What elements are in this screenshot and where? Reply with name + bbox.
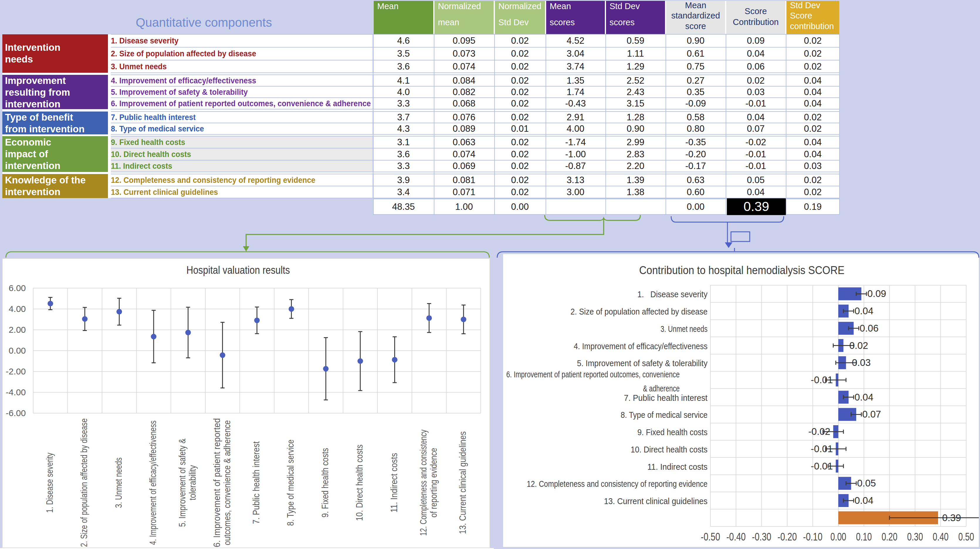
svg-text:8. Type of medical service: 8. Type of medical service	[620, 410, 708, 420]
svg-text:0.10: 0.10	[856, 531, 872, 543]
svg-text:0.04: 0.04	[854, 495, 873, 506]
svg-text:-0.40: -0.40	[726, 531, 746, 543]
svg-text:-0.30: -0.30	[752, 531, 771, 543]
svg-text:13. Current clinical guideline: 13. Current clinical guidelines	[604, 496, 708, 506]
svg-text:0.39: 0.39	[942, 512, 961, 523]
svg-text:12. Completeness and consisten: 12. Completeness and consistency of repo…	[527, 479, 708, 489]
svg-text:0.00: 0.00	[830, 531, 846, 543]
svg-text:0.04: 0.04	[854, 392, 873, 403]
svg-text:0.09: 0.09	[867, 288, 886, 299]
svg-text:0.02: 0.02	[849, 340, 868, 351]
svg-text:0.30: 0.30	[907, 531, 923, 543]
svg-text:-0.01: -0.01	[811, 374, 833, 385]
svg-text:0.50: 0.50	[958, 531, 974, 543]
svg-text:0.06: 0.06	[860, 323, 878, 334]
svg-text:10. Direct health costs: 10. Direct health costs	[631, 445, 708, 454]
svg-text:0.20: 0.20	[881, 531, 897, 543]
svg-text:4. Improvement of efficacy/eff: 4. Improvement of efficacy/effectiveness	[574, 342, 708, 351]
svg-text:& adherence: & adherence	[643, 384, 679, 393]
svg-text:6. Improvement of patient repo: 6. Improvement of patient reported outco…	[506, 370, 679, 379]
svg-text:0.40: 0.40	[933, 531, 949, 543]
svg-text:5. Improvement of safety & tol: 5. Improvement of safety & tolerability	[577, 358, 708, 368]
svg-text:3. Unmet needs: 3. Unmet needs	[660, 324, 708, 334]
svg-text:-0.01: -0.01	[811, 461, 833, 471]
svg-text:1. Disease severity: 1. Disease severity	[637, 290, 708, 299]
svg-text:-0.20: -0.20	[778, 531, 797, 543]
svg-text:11. Indirect costs: 11. Indirect costs	[648, 462, 708, 471]
svg-text:0.05: 0.05	[857, 478, 876, 489]
svg-text:-0.50: -0.50	[701, 531, 720, 543]
svg-text:9. Fixed health costs: 9. Fixed health costs	[637, 428, 708, 437]
svg-text:-0.01: -0.01	[811, 443, 833, 454]
svg-text:0.03: 0.03	[852, 357, 870, 368]
svg-text:0.07: 0.07	[862, 409, 881, 420]
svg-text:-0.02: -0.02	[808, 426, 830, 437]
svg-text:Contribution to hospital hemod: Contribution to hospital hemodialysis SC…	[639, 264, 845, 277]
svg-text:0.04: 0.04	[854, 306, 873, 316]
svg-text:2. Size of population affected: 2. Size of population affected by diseas…	[571, 307, 708, 316]
svg-text:7. Public health interest: 7. Public health interest	[624, 393, 708, 403]
svg-text:-0.10: -0.10	[803, 531, 822, 543]
